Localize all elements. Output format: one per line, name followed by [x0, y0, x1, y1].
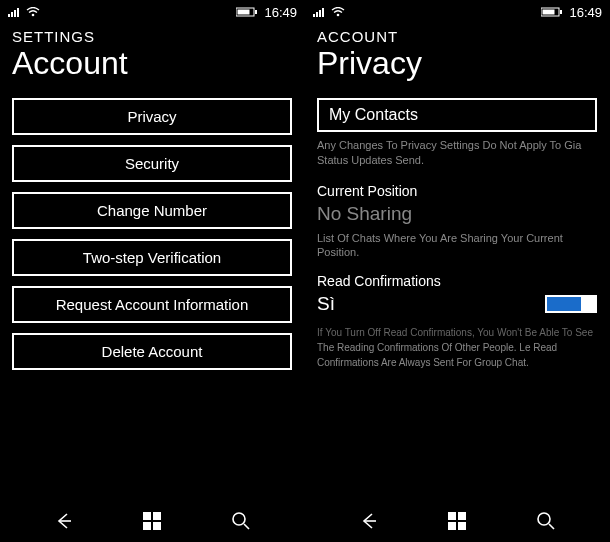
svg-rect-12: [153, 522, 161, 530]
svg-rect-7: [255, 10, 257, 14]
read-confirmations-help: If You Turn Off Read Confirmations, You …: [317, 325, 597, 370]
contacts-help-text: Any Changes To Privacy Settings Do Not A…: [317, 138, 597, 169]
back-button[interactable]: [349, 501, 389, 541]
svg-rect-22: [560, 10, 562, 14]
screen-privacy: 16:49 ACCOUNT Privacy My Contacts Any Ch…: [305, 0, 610, 542]
toggle-handle: [581, 297, 595, 311]
nav-bar: [0, 500, 305, 542]
page-title: Account: [12, 45, 293, 82]
search-button[interactable]: [526, 501, 566, 541]
svg-rect-18: [322, 8, 324, 17]
read-help-line1: If You Turn Off Read Confirmations, You …: [317, 327, 593, 338]
svg-point-28: [538, 513, 550, 525]
wifi-icon: [26, 7, 40, 17]
svg-rect-0: [8, 14, 10, 17]
nav-bar: [305, 500, 610, 542]
svg-line-14: [244, 524, 249, 529]
current-position-label: Current Position: [317, 183, 598, 199]
svg-rect-9: [143, 512, 151, 520]
signal-icon: [8, 7, 22, 17]
contacts-visibility-field[interactable]: My Contacts: [317, 98, 597, 132]
back-arrow-icon: [358, 510, 380, 532]
read-confirmations-toggle[interactable]: [545, 295, 597, 313]
privacy-button[interactable]: Privacy: [12, 98, 292, 135]
svg-point-19: [337, 14, 340, 17]
status-time: 16:49: [264, 5, 297, 20]
two-step-verification-button[interactable]: Two-step Verification: [12, 239, 292, 276]
home-button[interactable]: [437, 501, 477, 541]
toggle-fill: [547, 297, 581, 311]
breadcrumb: SETTINGS: [12, 28, 293, 45]
read-help-line2: The Reading Confirmations Of Other Peopl…: [317, 342, 530, 353]
status-bar: 16:49: [0, 0, 305, 24]
status-bar: 16:49: [305, 0, 610, 24]
content-area: SETTINGS Account Privacy Security Change…: [0, 24, 305, 500]
page-title: Privacy: [317, 45, 598, 82]
breadcrumb: ACCOUNT: [317, 28, 598, 45]
svg-rect-16: [316, 12, 318, 17]
svg-rect-27: [458, 522, 466, 530]
svg-rect-15: [313, 14, 315, 17]
svg-point-13: [233, 513, 245, 525]
svg-rect-1: [11, 12, 13, 17]
home-button[interactable]: [132, 501, 172, 541]
svg-rect-21: [543, 10, 555, 15]
current-position-help: List Of Chats Where You Are Sharing Your…: [317, 231, 598, 260]
svg-rect-25: [458, 512, 466, 520]
search-icon: [536, 511, 556, 531]
svg-rect-11: [143, 522, 151, 530]
svg-rect-10: [153, 512, 161, 520]
wifi-icon: [331, 7, 345, 17]
svg-rect-24: [448, 512, 456, 520]
content-area: ACCOUNT Privacy My Contacts Any Changes …: [305, 24, 610, 500]
status-right: 16:49: [541, 5, 602, 20]
svg-rect-6: [238, 10, 250, 15]
svg-line-29: [549, 524, 554, 529]
status-left: [313, 7, 345, 17]
windows-icon: [448, 512, 466, 530]
read-confirmations-label: Read Confirmations: [317, 273, 598, 289]
delete-account-button[interactable]: Delete Account: [12, 333, 292, 370]
request-account-info-button[interactable]: Request Account Information: [12, 286, 292, 323]
read-confirmations-row: Sì: [317, 293, 597, 315]
status-time: 16:49: [569, 5, 602, 20]
windows-icon: [143, 512, 161, 530]
search-button[interactable]: [221, 501, 261, 541]
read-confirmations-value: Sì: [317, 293, 335, 315]
status-right: 16:49: [236, 5, 297, 20]
battery-icon: [541, 7, 563, 17]
back-arrow-icon: [53, 510, 75, 532]
back-button[interactable]: [44, 501, 84, 541]
current-position-value[interactable]: No Sharing: [317, 203, 598, 225]
svg-rect-17: [319, 10, 321, 17]
security-button[interactable]: Security: [12, 145, 292, 182]
change-number-button[interactable]: Change Number: [12, 192, 292, 229]
battery-icon: [236, 7, 258, 17]
signal-icon: [313, 7, 327, 17]
svg-rect-3: [17, 8, 19, 17]
search-icon: [231, 511, 251, 531]
screen-settings-account: 16:49 SETTINGS Account Privacy Security …: [0, 0, 305, 542]
svg-point-4: [32, 14, 35, 17]
svg-rect-2: [14, 10, 16, 17]
svg-rect-26: [448, 522, 456, 530]
status-left: [8, 7, 40, 17]
